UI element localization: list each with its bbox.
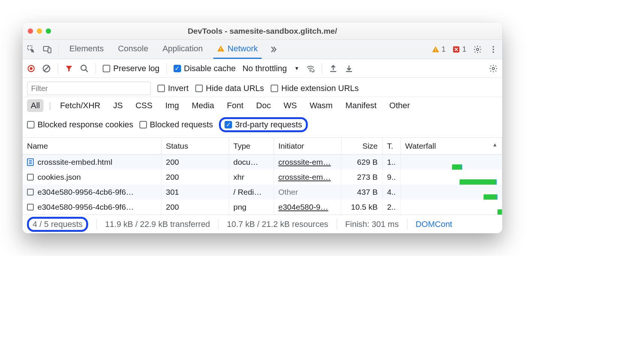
issues-warning[interactable]: 1 [432, 45, 446, 54]
svg-point-10 [493, 49, 494, 50]
requests-table: Name Status Type Initiator Size T. Water… [22, 138, 502, 215]
type-filter[interactable]: CSS [132, 99, 156, 112]
file-icon [27, 204, 34, 210]
request-name: e304e580-9956-4cb6-9f6… [37, 188, 134, 197]
highlight-3rd-party: 3rd-party requests [219, 117, 308, 132]
table-row[interactable]: e304e580-9956-4cb6-9f6…200pnge304e580-9…… [22, 200, 502, 215]
file-icon [27, 174, 34, 181]
status-transferred: 11.9 kB / 22.9 kB transferred [105, 219, 210, 229]
request-status: 200 [161, 155, 229, 170]
hide-data-urls-checkbox[interactable]: Hide data URLs [195, 84, 264, 93]
col-type[interactable]: Type [229, 138, 274, 155]
svg-point-11 [493, 51, 494, 53]
throttling-select[interactable]: No throttling ▼ [243, 64, 300, 73]
request-size: 273 B [341, 170, 382, 185]
table-row[interactable]: crosssite-embed.html200docu…crosssite-em… [22, 155, 502, 170]
col-time[interactable]: T. [382, 138, 400, 155]
request-status: 200 [161, 170, 229, 185]
col-waterfall[interactable]: Waterfall▲ [400, 138, 502, 155]
network-settings-icon[interactable] [489, 64, 498, 73]
request-type: png [229, 200, 274, 215]
record-button[interactable] [27, 64, 35, 73]
export-har-icon[interactable] [329, 64, 338, 73]
svg-rect-3 [220, 48, 221, 50]
disable-cache-checkbox[interactable]: Disable cache [174, 64, 236, 73]
inspect-icon[interactable] [27, 45, 36, 54]
tab-network[interactable]: Network [213, 40, 262, 59]
issues-error[interactable]: 1 [452, 45, 466, 54]
type-filter[interactable]: Fetch/XHR [56, 99, 104, 112]
request-size: 629 B [341, 155, 382, 170]
svg-rect-2 [48, 48, 51, 53]
type-filter[interactable]: Img [162, 99, 183, 112]
type-filter[interactable]: Media [188, 99, 218, 112]
svg-point-8 [476, 48, 479, 51]
tab-application[interactable]: Application [159, 40, 207, 59]
table-row[interactable]: e304e580-9956-4cb6-9f6…301/ Redi…Other43… [22, 185, 502, 200]
type-filter[interactable]: JS [109, 99, 127, 112]
import-har-icon[interactable] [344, 64, 353, 73]
request-initiator[interactable]: e304e580-9… [274, 200, 341, 215]
type-filter-all[interactable]: All [27, 99, 43, 112]
svg-line-17 [85, 70, 88, 72]
request-initiator[interactable]: crosssite-em… [274, 170, 341, 185]
col-name[interactable]: Name [22, 138, 161, 155]
titlebar: DevTools - samesite-sandbox.glitch.me/ [22, 22, 502, 40]
type-filter[interactable]: Other [386, 99, 414, 112]
type-filter[interactable]: Manifest [341, 99, 380, 112]
request-name: e304e580-9956-4cb6-9f6… [37, 203, 134, 212]
panel-tabsbar: Elements Console Application Network 1 1 [22, 40, 502, 59]
col-status[interactable]: Status [161, 138, 229, 155]
device-toggle-icon[interactable] [43, 45, 52, 54]
document-icon [27, 158, 34, 166]
request-time: 1.. [382, 155, 400, 170]
request-name: cookies.json [37, 173, 81, 182]
tab-elements[interactable]: Elements [66, 40, 108, 59]
file-icon [27, 189, 34, 195]
request-status: 301 [161, 185, 229, 200]
table-row[interactable]: cookies.json200xhrcrosssite-em…273 B9.. [22, 170, 502, 185]
filter-input[interactable] [27, 82, 151, 95]
kebab-icon[interactable] [489, 45, 498, 54]
more-tabs-icon[interactable] [268, 45, 277, 54]
col-initiator[interactable]: Initiator [274, 138, 341, 155]
status-resources: 10.7 kB / 21.2 kB resources [227, 219, 328, 229]
request-type: docu… [229, 155, 274, 170]
status-requests: 4 / 5 requests [33, 219, 82, 229]
svg-point-16 [81, 65, 86, 70]
tab-console[interactable]: Console [114, 40, 152, 59]
request-time: 9.. [382, 170, 400, 185]
type-filter[interactable]: WS [280, 99, 300, 112]
preserve-log-checkbox[interactable]: Preserve log [103, 64, 160, 73]
svg-point-9 [493, 46, 494, 48]
request-initiator[interactable]: crosssite-em… [274, 155, 341, 170]
type-filter[interactable]: Wasm [306, 99, 337, 112]
request-size: 10.5 kB [341, 200, 382, 215]
invert-checkbox[interactable]: Invert [157, 84, 189, 93]
request-status: 200 [161, 200, 229, 215]
status-bar: 4 / 5 requests 11.9 kB / 22.9 kB transfe… [22, 215, 502, 233]
type-filter[interactable]: Doc [252, 99, 274, 112]
clear-button[interactable] [42, 64, 51, 73]
hide-extension-urls-checkbox[interactable]: Hide extension URLs [271, 84, 359, 93]
svg-rect-5 [435, 48, 436, 50]
third-party-checkbox[interactable]: 3rd-party requests [225, 120, 302, 130]
type-filter[interactable]: Font [223, 99, 247, 112]
search-icon[interactable] [80, 64, 89, 73]
request-waterfall [400, 200, 502, 215]
request-waterfall [400, 155, 502, 170]
request-waterfall [400, 185, 502, 200]
highlight-requests: 4 / 5 requests [27, 217, 88, 232]
request-time: 4.. [382, 185, 400, 200]
blocked-requests-checkbox[interactable]: Blocked requests [139, 120, 213, 130]
extra-filter-row: Blocked response cookies Blocked request… [22, 115, 502, 138]
type-filter-row: All | Fetch/XHR JS CSS Img Media Font Do… [22, 97, 502, 115]
col-size[interactable]: Size [341, 138, 382, 155]
request-type: / Redi… [229, 185, 274, 200]
network-conditions-icon[interactable] [306, 64, 315, 73]
svg-point-20 [492, 67, 494, 70]
blocked-cookies-checkbox[interactable]: Blocked response cookies [27, 120, 133, 130]
svg-point-18 [310, 71, 311, 72]
filter-toggle-icon[interactable] [65, 64, 73, 73]
settings-icon[interactable] [473, 45, 482, 54]
